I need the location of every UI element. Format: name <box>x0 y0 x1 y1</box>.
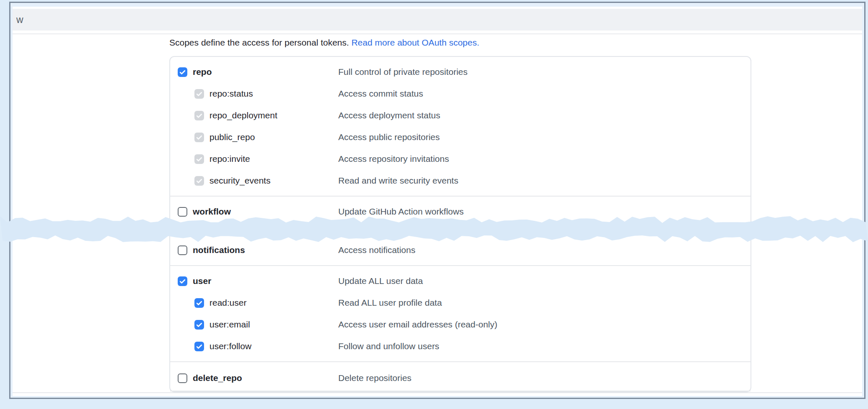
scope-row: user:email Access user email addresses (… <box>170 314 751 335</box>
scope-name: user:follow <box>209 341 251 351</box>
scope-description: Access commit status <box>338 89 423 99</box>
scopes-intro: Scopes define the access for personal to… <box>169 36 862 49</box>
scope-name: repo:invite <box>209 154 250 164</box>
scope-name: workflow <box>193 207 231 217</box>
scope-description: Access user email addresses (read-only) <box>338 320 497 330</box>
scope-description: Full control of private repositories <box>338 67 467 77</box>
check-icon <box>196 177 203 184</box>
check-icon <box>179 247 186 254</box>
scope-description: Update ALL user data <box>338 276 423 286</box>
check-icon <box>179 278 186 285</box>
scope-row: public_repo Access public repositories <box>170 126 751 148</box>
scope-row: repo:status Access commit status <box>170 83 751 105</box>
bottom-divider <box>13 392 862 393</box>
oauth-scopes-link[interactable]: Read more about OAuth scopes. <box>351 38 479 47</box>
scope-name: repo_deployment <box>209 110 277 120</box>
scope-description: Access repository invitations <box>338 154 449 164</box>
main-area: Scopes define the access for personal to… <box>13 34 862 392</box>
scope-row: user:follow Follow and unfollow users <box>170 335 751 357</box>
scope-name: user:email <box>209 320 250 330</box>
scope-description: Read ALL user profile data <box>338 298 442 308</box>
scope-row: repo:invite Access repository invitation… <box>170 148 751 170</box>
scope-row: read:user Read ALL user profile data <box>170 292 751 314</box>
scope-row: delete_repo Delete repositories <box>170 367 751 389</box>
scope-checkbox[interactable] <box>194 320 204 330</box>
scope-checkbox <box>194 133 204 142</box>
scope-name: read:user <box>209 298 247 308</box>
scope-row: notifications Access notifications <box>170 239 751 261</box>
scopes-section-top: repo Full control of private repositorie… <box>170 57 751 227</box>
scope-checkbox[interactable] <box>194 342 204 351</box>
scopes-section-bottom: notifications Access notifications user … <box>170 235 751 391</box>
browser-window: w Scopes define the access for personal … <box>9 2 865 399</box>
scope-checkbox[interactable] <box>178 373 187 383</box>
scope-name: repo:status <box>209 89 253 99</box>
check-icon <box>196 321 203 328</box>
scope-description: Read and write security events <box>338 176 458 186</box>
scope-description: Follow and unfollow users <box>338 341 439 351</box>
scope-checkbox[interactable] <box>194 298 204 308</box>
scope-checkbox <box>194 176 204 186</box>
scope-row: security_events Read and write security … <box>170 170 751 192</box>
scope-description: Access notifications <box>338 245 415 255</box>
scope-name: repo <box>193 67 212 77</box>
scope-description: Update GitHub Action workflows <box>338 207 464 217</box>
scope-description: Access public repositories <box>338 132 440 142</box>
scope-checkbox[interactable] <box>178 276 187 286</box>
check-icon <box>196 134 203 141</box>
scope-name: public_repo <box>209 132 255 142</box>
scope-row: user Update ALL user data <box>170 270 751 292</box>
scope-description: Delete repositories <box>338 373 411 383</box>
scope-name: notifications <box>193 245 245 255</box>
scope-checkbox <box>194 89 204 99</box>
check-icon <box>196 343 203 350</box>
check-icon <box>179 69 186 76</box>
page-content: w Scopes define the access for personal … <box>13 7 862 396</box>
scope-name: delete_repo <box>193 373 242 383</box>
check-icon <box>196 90 203 97</box>
check-icon <box>196 112 203 119</box>
scope-row: repo Full control of private repositorie… <box>170 61 751 83</box>
scope-name: security_events <box>209 176 271 186</box>
scope-checkbox <box>194 154 204 164</box>
tab-label: w <box>16 14 23 26</box>
scope-checkbox[interactable] <box>178 67 187 77</box>
scope-checkbox[interactable] <box>178 245 187 255</box>
scope-group-user: user Update ALL user data read:user Read… <box>170 265 751 361</box>
scope-checkbox <box>194 111 204 120</box>
check-icon <box>196 299 203 307</box>
scope-group-repo: repo Full control of private repositorie… <box>170 57 751 196</box>
intro-text: Scopes define the access for personal to… <box>169 38 349 47</box>
scope-name: user <box>193 276 211 286</box>
scope-group-delete_repo: delete_repo Delete repositories <box>170 361 751 391</box>
scope-checkbox[interactable] <box>178 207 187 217</box>
check-icon <box>179 375 186 382</box>
check-icon <box>179 208 186 215</box>
scope-row: repo_deployment Access deployment status <box>170 105 751 126</box>
scope-description: Access deployment status <box>338 110 440 120</box>
tab-bar: w <box>13 9 862 31</box>
check-icon <box>196 156 203 163</box>
